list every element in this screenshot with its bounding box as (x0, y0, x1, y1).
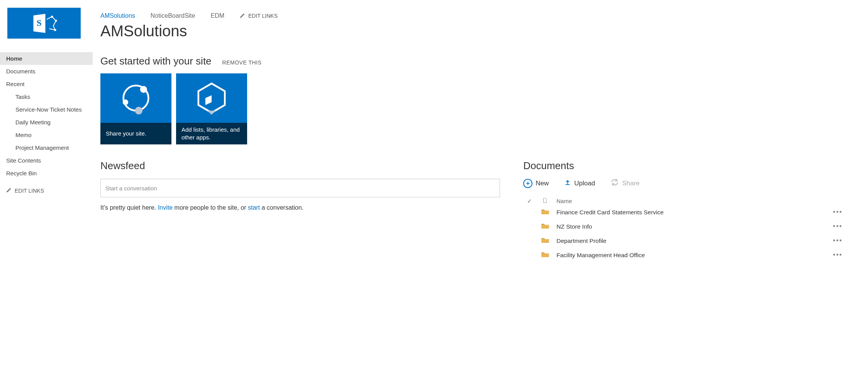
sidebar-item-documents[interactable]: Documents (0, 65, 93, 78)
folder-icon (541, 251, 549, 259)
start-link[interactable]: start (248, 204, 260, 211)
row-menu-button[interactable]: ••• (833, 208, 854, 216)
row-menu-button[interactable]: ••• (833, 237, 854, 245)
svg-point-3 (55, 19, 57, 22)
newsfeed-empty-message: It's pretty quiet here. Invite more peop… (100, 204, 500, 211)
newsfeed-empty-suffix: a conversation. (260, 204, 303, 211)
row-menu-button[interactable]: ••• (833, 251, 854, 259)
table-row[interactable]: Facility Management Head Office••• (523, 248, 856, 262)
tile-add-apps[interactable]: Add lists, libraries, and other apps. (176, 73, 247, 144)
select-all-checkbox[interactable]: ✓ (526, 198, 533, 205)
svg-point-4 (54, 29, 56, 31)
upload-icon (564, 178, 571, 188)
type-icon (541, 197, 549, 205)
tile-apps-caption: Add lists, libraries, and other apps. (181, 126, 242, 142)
newsfeed-heading: Newsfeed (100, 160, 500, 172)
upload-button[interactable]: Upload (564, 178, 595, 188)
table-row[interactable]: NZ Store Info••• (523, 219, 856, 234)
topnav-item-amsolutions[interactable]: AMSolutions (100, 12, 135, 19)
column-name[interactable]: Name (556, 198, 572, 204)
sidebar-edit-links[interactable]: EDIT LINKS (0, 184, 93, 197)
document-name[interactable]: Department Profile (556, 237, 825, 244)
sidebar-item-home[interactable]: Home (0, 52, 93, 65)
pencil-icon (240, 13, 245, 19)
newsfeed-placeholder: Start a conversation (105, 185, 157, 192)
document-name[interactable]: Finance Credit Card Statements Service (556, 209, 825, 216)
top-nav: AMSolutions NoticeBoardSite EDM EDIT LIN… (100, 12, 856, 19)
topnav-edit-links-label: EDIT LINKS (248, 13, 278, 19)
table-row[interactable]: Finance Credit Card Statements Service••… (523, 205, 856, 219)
sidebar-edit-links-label: EDIT LINKS (15, 188, 44, 194)
folder-icon (541, 223, 549, 231)
documents-table-header: ✓ Name (523, 197, 856, 205)
topnav-edit-links[interactable]: EDIT LINKS (240, 13, 278, 19)
svg-point-7 (123, 100, 128, 105)
new-button[interactable]: + New (523, 179, 549, 188)
sidebar-item-daily-meeting[interactable]: Daily Meeting (0, 116, 93, 129)
row-menu-button[interactable]: ••• (833, 222, 854, 231)
sidebar-item-project-management[interactable]: Project Management (0, 141, 93, 154)
pencil-icon (6, 187, 12, 194)
svg-point-6 (140, 86, 147, 93)
sharepoint-logo-icon: S (31, 13, 58, 34)
folder-icon (541, 209, 549, 216)
invite-link[interactable]: Invite (158, 204, 173, 211)
tile-share-caption: Share your site. (106, 130, 146, 137)
sidebar-item-recent[interactable]: Recent (0, 78, 93, 90)
documents-heading: Documents (523, 160, 856, 172)
sidebar-item-tasks[interactable]: Tasks (0, 90, 93, 103)
folder-icon (541, 237, 549, 245)
svg-marker-11 (207, 110, 216, 115)
share-label: Share (622, 180, 639, 187)
newsfeed-empty-mid: more people to the site, or (173, 204, 248, 211)
document-name[interactable]: NZ Store Info (556, 223, 825, 230)
sidebar-item-service-now[interactable]: Service-Now Ticket Notes (0, 103, 93, 116)
svg-point-2 (51, 15, 53, 18)
share-icon (119, 81, 153, 115)
sidebar-item-memo[interactable]: Memo (0, 129, 93, 141)
svg-marker-10 (205, 95, 212, 105)
sync-icon (610, 178, 619, 188)
apps-icon (194, 81, 229, 115)
svg-point-8 (135, 107, 142, 115)
new-label: New (536, 180, 549, 187)
newsfeed-input[interactable]: Start a conversation (100, 179, 500, 197)
remove-this-link[interactable]: REMOVE THIS (222, 59, 262, 66)
newsfeed-empty-prefix: It's pretty quiet here. (100, 204, 158, 211)
sidebar-item-site-contents[interactable]: Site Contents (0, 154, 93, 167)
get-started-heading: Get started with your site (100, 55, 212, 67)
document-name[interactable]: Facility Management Head Office (556, 252, 825, 259)
site-logo[interactable]: S (7, 8, 81, 39)
sync-button[interactable]: Sync Share (610, 178, 639, 188)
tile-share-site[interactable]: Share your site. (100, 73, 171, 144)
sidebar-item-recycle-bin[interactable]: Recycle Bin (0, 167, 93, 180)
upload-label: Upload (574, 180, 595, 187)
topnav-item-edm[interactable]: EDM (210, 12, 224, 19)
table-row[interactable]: Department Profile••• (523, 234, 856, 248)
topnav-item-noticeboardsite[interactable]: NoticeBoardSite (151, 12, 195, 19)
plus-icon: + (523, 179, 532, 188)
site-title: AMSolutions (100, 22, 856, 40)
svg-text:S: S (37, 18, 42, 28)
